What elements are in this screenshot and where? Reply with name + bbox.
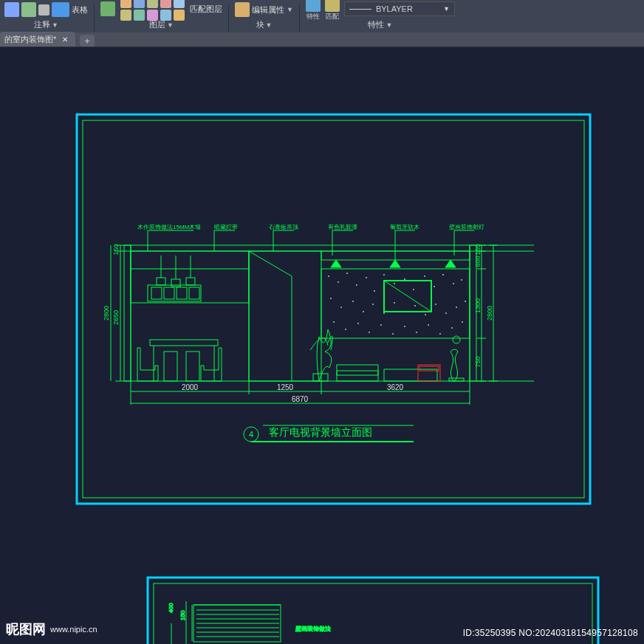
drawing-ref: 4 xyxy=(249,430,253,439)
svg-rect-39 xyxy=(186,352,199,381)
svg-rect-91 xyxy=(337,365,378,381)
svg-point-84 xyxy=(428,324,429,326)
svg-point-48 xyxy=(338,281,339,283)
svg-point-76 xyxy=(333,321,335,323)
svg-point-77 xyxy=(345,329,346,330)
ribbon-group-layers: 匹配图层 图层▼ xyxy=(96,0,227,32)
svg-point-52 xyxy=(374,290,375,292)
dim-v2650: 2650 xyxy=(112,310,120,325)
drawing-title: 客厅电视背景墙立面图 xyxy=(269,426,372,438)
watermark-id: ID:35250395 NO:20240318154957128108 xyxy=(463,628,638,638)
svg-point-96 xyxy=(453,336,460,343)
svg-point-71 xyxy=(425,314,426,315)
dim-6870: 6870 xyxy=(292,395,309,403)
svg-marker-43 xyxy=(331,260,341,267)
svg-point-65 xyxy=(363,311,364,312)
svg-point-57 xyxy=(424,275,425,277)
svg-rect-33 xyxy=(177,287,187,299)
dim-v150l: 150 xyxy=(112,244,120,255)
annot-spot: 壁画装饰射灯 xyxy=(449,224,484,230)
ribbon-group-label-annotate[interactable]: 注释▼ xyxy=(34,19,58,32)
svg-rect-38 xyxy=(164,352,177,381)
frame-outer xyxy=(77,114,590,504)
svg-point-83 xyxy=(416,332,417,333)
svg-point-47 xyxy=(328,275,329,277)
svg-point-59 xyxy=(442,274,444,275)
dim-v600: 600 xyxy=(474,256,482,267)
annot-gypsum: 石膏板吊顶 xyxy=(269,224,298,230)
drawing-canvas[interactable]: 壁画装饰做法 400 150 xyxy=(0,47,644,644)
svg-rect-32 xyxy=(164,287,174,299)
frame2-drawing: 壁画装饰做法 400 150 xyxy=(168,601,331,644)
svg-rect-92 xyxy=(337,371,378,375)
dim-v150r: 150 xyxy=(474,244,482,255)
svg-point-72 xyxy=(435,304,436,305)
ribbon-group-label-block[interactable]: 块▼ xyxy=(256,19,273,32)
svg-point-75 xyxy=(465,301,466,302)
svg-point-60 xyxy=(453,283,454,284)
svg-marker-45 xyxy=(445,260,456,267)
annot-paint: 有色乳胶漆 xyxy=(328,224,357,230)
svg-point-55 xyxy=(404,278,405,280)
annot-led: 暗藏灯带 xyxy=(214,224,238,230)
svg-rect-40 xyxy=(249,251,321,381)
dim-v750: 750 xyxy=(474,356,482,367)
svg-point-82 xyxy=(404,326,405,327)
edit-attr-label[interactable]: 编辑属性 xyxy=(252,4,284,16)
svg-point-80 xyxy=(380,324,382,326)
match-layer-label[interactable]: 匹配图层 xyxy=(190,4,222,15)
elevation-drawing: 木作装饰做法15MM木墙 暗藏灯带 石膏板吊顶 有色乳胶漆 葡萄牙软木 壁画装饰… xyxy=(103,224,534,442)
dim-v2800l: 2800 xyxy=(103,306,110,321)
svg-text:150: 150 xyxy=(179,610,186,620)
dim-v2800r: 2800 xyxy=(486,306,493,321)
svg-point-56 xyxy=(413,289,414,290)
ribbon-group-label-layers[interactable]: 图层▼ xyxy=(149,19,174,32)
svg-rect-29 xyxy=(186,278,195,285)
svg-rect-46 xyxy=(321,269,470,338)
svg-point-61 xyxy=(461,279,462,281)
drawing-title-block: 4 客厅电视背景墙立面图 xyxy=(244,425,414,442)
svg-point-85 xyxy=(439,333,441,335)
file-tab[interactable]: 的室内装饰图* ✕ xyxy=(0,32,75,47)
svg-point-86 xyxy=(451,327,453,329)
svg-point-87 xyxy=(462,321,463,323)
ribbon-toolbar: 表格 注释▼ xyxy=(0,0,644,32)
svg-point-51 xyxy=(366,277,367,278)
ribbon-group-prepanel: 表格 注释▼ xyxy=(0,0,92,32)
svg-rect-34 xyxy=(189,287,199,299)
ribbon-group-block: 编辑属性 ▼ 块▼ xyxy=(230,0,298,32)
svg-point-74 xyxy=(456,306,457,308)
svg-point-66 xyxy=(372,304,374,305)
svg-point-73 xyxy=(445,312,447,314)
annot-wood: 木作装饰做法15MM木墙 xyxy=(137,224,201,230)
close-icon[interactable]: ✕ xyxy=(62,35,68,44)
svg-rect-31 xyxy=(151,287,162,299)
svg-point-62 xyxy=(330,298,332,299)
new-tab-button[interactable]: ＋ xyxy=(80,35,95,47)
svg-line-89 xyxy=(384,281,431,312)
annot-cork: 葡萄牙软木 xyxy=(390,224,419,230)
table-button-label[interactable]: 表格 xyxy=(72,4,88,16)
svg-point-68 xyxy=(394,302,395,304)
svg-point-54 xyxy=(394,283,395,284)
svg-point-78 xyxy=(357,323,359,324)
svg-point-49 xyxy=(346,273,348,274)
dim-2000: 2000 xyxy=(182,383,199,391)
svg-text:400: 400 xyxy=(168,603,174,613)
svg-point-50 xyxy=(356,284,357,286)
svg-rect-35 xyxy=(150,340,218,346)
svg-point-53 xyxy=(383,274,385,275)
dim-v1300: 1300 xyxy=(474,298,482,313)
svg-rect-95 xyxy=(419,366,439,371)
watermark-brand: 昵图网 www.nipic.cn xyxy=(6,620,97,638)
svg-rect-20 xyxy=(124,245,131,381)
svg-point-58 xyxy=(434,286,435,287)
bylayer-dropdown[interactable]: BYLAYER ▼ xyxy=(344,1,455,16)
svg-point-67 xyxy=(383,312,385,314)
svg-rect-27 xyxy=(157,278,165,285)
svg-point-63 xyxy=(340,306,342,308)
ribbon-group-label-props[interactable]: 特性▼ xyxy=(368,19,392,32)
svg-rect-22 xyxy=(131,251,249,303)
file-tab-bar: 的室内装饰图* ✕ ＋ xyxy=(0,32,644,47)
svg-point-64 xyxy=(352,301,354,302)
